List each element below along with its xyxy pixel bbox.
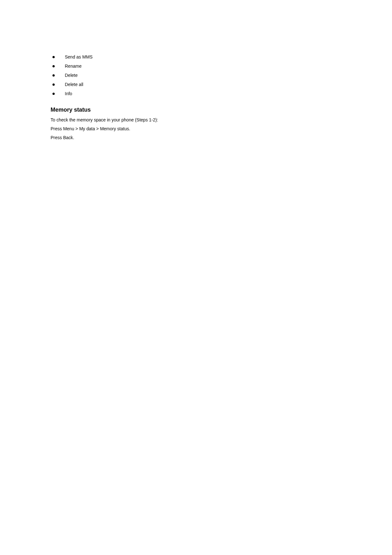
paragraph-text: Press Menu > My data > Memory status. <box>51 125 341 133</box>
list-item-text: Delete <box>65 72 77 79</box>
bullet-icon <box>52 74 55 77</box>
list-item: Info <box>51 90 341 97</box>
list-item: Send as MMS <box>51 54 341 60</box>
list-item: Delete all <box>51 81 341 88</box>
list-item-text: Send as MMS <box>65 54 93 60</box>
bullet-list: Send as MMS Rename Delete Delete all Inf… <box>51 54 341 97</box>
bullet-icon <box>52 56 55 58</box>
list-item-text: Delete all <box>65 81 83 88</box>
list-item: Rename <box>51 63 341 70</box>
list-item-text: Rename <box>65 63 82 70</box>
bullet-icon <box>52 65 55 67</box>
paragraph-text: Press Back. <box>51 134 341 142</box>
bullet-icon <box>52 93 55 95</box>
section-heading: Memory status <box>51 107 341 113</box>
list-item: Delete <box>51 72 341 79</box>
paragraph-text: To check the memory space in your phone … <box>51 116 341 124</box>
list-item-text: Info <box>65 90 72 97</box>
bullet-icon <box>52 83 55 86</box>
